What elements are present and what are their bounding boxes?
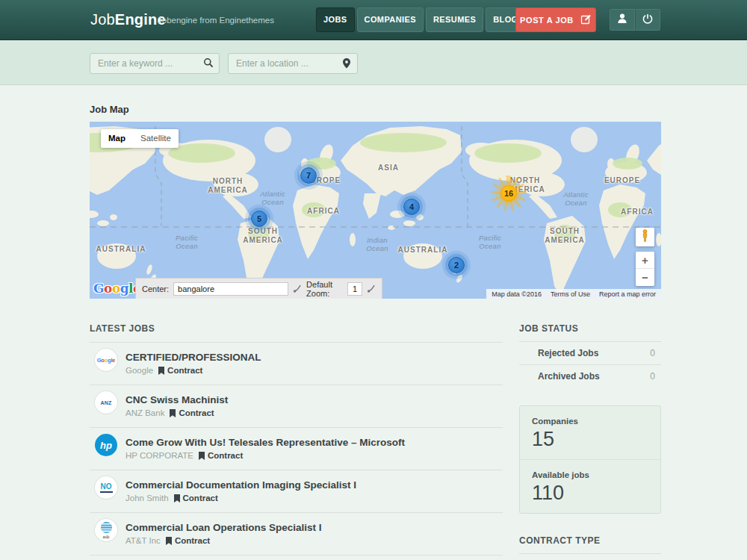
available-jobs-label: Available jobs bbox=[532, 470, 648, 479]
job-map-heading: Job Map bbox=[90, 104, 129, 115]
job-row[interactable]: at&t Commercial Loan Operations Speciali… bbox=[90, 513, 503, 556]
bookmark-icon bbox=[199, 452, 205, 460]
archived-jobs-count: 0 bbox=[650, 365, 655, 388]
keyword-input[interactable] bbox=[90, 53, 220, 74]
bookmark-icon bbox=[174, 494, 180, 503]
contract-type-heading: CONTRACT TYPE bbox=[519, 535, 661, 546]
companies-label: Companies bbox=[532, 417, 648, 426]
report-map-error-link[interactable]: Report a map error bbox=[599, 290, 656, 298]
keyword-field-wrap bbox=[90, 53, 220, 74]
world-map-graphic bbox=[90, 122, 661, 299]
job-title[interactable]: Commercial Documentation Imaging Special… bbox=[125, 470, 503, 491]
user-account-button[interactable] bbox=[610, 9, 635, 31]
job-meta: Google Contract bbox=[125, 366, 503, 375]
pegman-control[interactable] bbox=[636, 228, 654, 246]
post-a-job-button[interactable]: POST A JOB bbox=[515, 7, 596, 32]
google-letter: g bbox=[120, 281, 128, 296]
stat-available-jobs: Available jobs 110 bbox=[520, 460, 660, 513]
terms-of-use-link[interactable]: Terms of Use bbox=[551, 290, 590, 298]
map-cluster-marker[interactable]: 16 bbox=[500, 185, 517, 202]
map-cluster-marker[interactable]: 7 bbox=[300, 167, 317, 184]
job-title[interactable]: CNC Swiss Machinist bbox=[125, 385, 503, 405]
zoom-in-button[interactable]: + bbox=[636, 252, 654, 269]
job-company: HP CORPORATE bbox=[125, 451, 193, 460]
header-icon-group bbox=[610, 9, 660, 31]
map-center-input[interactable] bbox=[173, 282, 288, 296]
logo-light: Job bbox=[90, 11, 115, 28]
zoom-out-button[interactable]: − bbox=[636, 269, 654, 286]
page: JobEngine Jobengine from Enginethemes JO… bbox=[0, 0, 747, 560]
sidebar-item-contract[interactable]: Contract bbox=[519, 553, 661, 560]
nav-jobs[interactable]: JOBS bbox=[316, 7, 355, 32]
pick-center-icon[interactable] bbox=[293, 284, 302, 294]
rejected-jobs-count: 0 bbox=[650, 342, 655, 365]
job-row[interactable]: hp Come Grow With Us! Telesales Represen… bbox=[90, 428, 503, 470]
google-letter: G bbox=[93, 281, 104, 296]
company-logo-anz: ANZ bbox=[95, 391, 117, 414]
location-input[interactable] bbox=[228, 53, 358, 74]
logo[interactable]: JobEngine bbox=[90, 11, 166, 28]
job-title[interactable]: Come Grow With Us! Telesales Representat… bbox=[125, 428, 503, 448]
map-type-control: Map Satellite bbox=[101, 129, 179, 148]
default-zoom-input[interactable] bbox=[347, 282, 362, 296]
job-type-badge: Contract bbox=[174, 494, 218, 503]
nav-companies[interactable]: COMPANIES bbox=[357, 7, 424, 32]
job-list: Google CERTIFIED/PROFESSIONAL Google Con… bbox=[90, 342, 503, 556]
map-cluster-marker[interactable]: 2 bbox=[448, 257, 465, 273]
job-meta: AT&T Inc Contract bbox=[125, 536, 503, 545]
job-company: AT&T Inc bbox=[125, 536, 161, 545]
map-type-satellite-button[interactable]: Satellite bbox=[133, 129, 179, 148]
company-logo-att: at&t bbox=[95, 519, 117, 541]
map-data-text: Map data ©2016 bbox=[492, 290, 542, 298]
pick-zoom-icon[interactable] bbox=[367, 284, 376, 294]
job-title[interactable]: CERTIFIED/PROFESSIONAL bbox=[125, 343, 503, 363]
job-type-badge: Contract bbox=[158, 366, 202, 375]
google-letter: o bbox=[104, 281, 112, 296]
main-nav: JOBS COMPANIES RESUMES BLOG bbox=[316, 7, 526, 32]
map-type-map-button[interactable]: Map bbox=[101, 129, 133, 148]
job-row[interactable]: NO Commercial Documentation Imaging Spec… bbox=[90, 470, 503, 513]
sidebar: JOB STATUS 0 Rejected Jobs 0 Archived Jo… bbox=[519, 323, 661, 560]
google-logo[interactable]: Google bbox=[93, 281, 140, 296]
tagline: Jobengine from Enginethemes bbox=[158, 16, 274, 25]
latest-jobs-heading: LATEST JOBS bbox=[90, 323, 503, 334]
job-company: John Smith bbox=[125, 494, 169, 503]
location-pin-icon[interactable] bbox=[341, 57, 352, 72]
logout-button[interactable] bbox=[635, 9, 660, 31]
rejected-jobs-label: Rejected Jobs bbox=[538, 348, 598, 358]
sidebar-item-archived-jobs[interactable]: 0 Archived Jobs bbox=[519, 364, 661, 388]
search-bar bbox=[0, 41, 747, 85]
search-icon[interactable] bbox=[203, 57, 214, 71]
map-zoom-control: + − bbox=[636, 252, 654, 286]
job-type-badge: Contract bbox=[170, 408, 214, 417]
job-title[interactable]: Commercial Loan Operations Specialist I bbox=[125, 513, 503, 533]
map-attribution: Map data ©2016 Terms of Use Report a map… bbox=[486, 289, 661, 299]
google-letter: o bbox=[112, 281, 120, 296]
job-type-badge: Contract bbox=[166, 536, 210, 545]
job-company: ANZ Bank bbox=[125, 408, 164, 417]
company-logo-google: Google bbox=[95, 349, 117, 371]
job-meta: John Smith Contract bbox=[125, 494, 503, 503]
job-map[interactable]: NORTH AMERICA SOUTH AMERICA AUSTRALIA Pa… bbox=[90, 122, 661, 299]
job-company: Google bbox=[125, 366, 153, 375]
edit-icon bbox=[580, 13, 592, 26]
job-type-badge: Contract bbox=[199, 451, 243, 460]
stat-companies: Companies 15 bbox=[520, 406, 660, 460]
job-row[interactable]: Google CERTIFIED/PROFESSIONAL Google Con… bbox=[90, 343, 503, 385]
center-label: Center: bbox=[142, 284, 169, 293]
post-a-job-label: POST A JOB bbox=[520, 16, 574, 25]
archived-jobs-label: Archived Jobs bbox=[538, 371, 600, 382]
job-meta: HP CORPORATE Contract bbox=[125, 451, 503, 460]
job-status-heading: JOB STATUS bbox=[519, 323, 661, 334]
job-meta: ANZ Bank Contract bbox=[125, 408, 503, 417]
sidebar-item-rejected-jobs[interactable]: 0 Rejected Jobs bbox=[519, 341, 661, 364]
pegman-icon bbox=[640, 228, 650, 246]
nav-resumes[interactable]: RESUMES bbox=[426, 7, 483, 32]
map-cluster-marker[interactable]: 5 bbox=[251, 211, 267, 227]
map-cluster-marker[interactable]: 4 bbox=[403, 199, 420, 215]
power-icon bbox=[642, 13, 654, 28]
att-globe-icon bbox=[100, 521, 113, 534]
job-row[interactable]: ANZ CNC Swiss Machinist ANZ Bank Contrac… bbox=[90, 385, 503, 428]
header: JobEngine Jobengine from Enginethemes JO… bbox=[0, 0, 747, 40]
map-settings-bar: Center: Default Zoom: bbox=[135, 278, 382, 299]
